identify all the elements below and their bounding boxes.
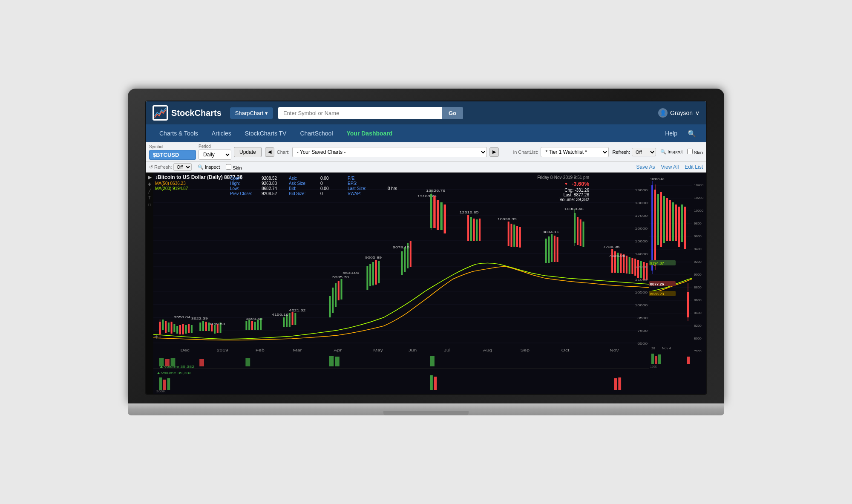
svg-rect-150: [335, 357, 340, 366]
tool-line[interactable]: ╱: [147, 188, 153, 194]
svg-text:18000: 18000: [635, 201, 648, 204]
search-input[interactable]: [278, 107, 442, 119]
svg-rect-149: [329, 356, 334, 366]
period-label: Period: [199, 144, 231, 149]
sidebar-arrow[interactable]: ▶: [148, 174, 152, 180]
chartlist-row: in ChartList: * Tier 1 Watchlist *: [513, 147, 609, 157]
svg-text:11000: 11000: [635, 277, 648, 281]
svg-text:6500: 6500: [637, 341, 648, 345]
skin-label[interactable]: Skin: [687, 149, 703, 155]
save-as-link[interactable]: Save As: [636, 164, 655, 170]
nav-tv[interactable]: StockCharts TV: [238, 126, 294, 141]
controls-right: Refresh: Off 1 min 5 min 🔍 Inspect Skin: [612, 148, 703, 156]
svg-rect-155: [159, 377, 162, 390]
svg-text:9000: 9000: [694, 273, 702, 276]
svg-text:Jul: Jul: [444, 348, 451, 352]
volume-bar-area: ▲Volume 39,382 300K: [153, 369, 649, 394]
tool-crosshair[interactable]: ✚: [147, 181, 153, 187]
sharpchart-button[interactable]: SharpChart ▾: [230, 107, 273, 119]
inspect-link[interactable]: 🔍 Inspect: [198, 164, 220, 170]
svg-rect-186: [675, 204, 677, 241]
chart-select[interactable]: - Your Saved Charts -: [292, 147, 487, 157]
chart-prev-button[interactable]: ◀: [265, 147, 274, 157]
go-button[interactable]: Go: [442, 107, 463, 119]
refresh-select[interactable]: Off 1 min 5 min: [632, 148, 656, 156]
svg-rect-48: [332, 288, 334, 313]
svg-rect-52: [366, 266, 368, 290]
period-select[interactable]: Daily Weekly Monthly: [199, 150, 231, 160]
svg-rect-22: [176, 326, 178, 334]
svg-rect-78: [548, 236, 550, 263]
nav-help[interactable]: Help: [658, 126, 684, 141]
svg-rect-26: [188, 324, 190, 333]
svg-text:13826.76: 13826.76: [426, 188, 445, 192]
svg-rect-28: [199, 323, 201, 331]
nav-charts-tools[interactable]: Charts & Tools: [153, 126, 205, 141]
tool-rect[interactable]: □: [147, 202, 153, 207]
svg-rect-43: [286, 315, 288, 327]
skin-checkbox[interactable]: [687, 149, 693, 154]
skin-checkbox-2[interactable]: [226, 164, 231, 170]
svg-text:19000: 19000: [635, 188, 648, 192]
svg-rect-84: [577, 217, 579, 245]
refresh-select-2[interactable]: Off: [173, 163, 192, 171]
svg-rect-79: [551, 234, 553, 262]
symbol-group: Symbol: [149, 144, 196, 160]
svg-rect-85: [580, 219, 581, 246]
svg-text:9400: 9400: [694, 247, 702, 251]
svg-rect-156: [163, 380, 166, 390]
svg-rect-60: [410, 241, 412, 267]
add-indicator-button[interactable]: +: [154, 333, 158, 341]
svg-rect-27: [191, 325, 193, 333]
svg-text:5335.70: 5335.70: [332, 275, 349, 279]
svg-rect-92: [626, 256, 627, 274]
svg-rect-45: [292, 312, 294, 325]
svg-rect-218: [658, 354, 661, 364]
svg-text:10380.48: 10380.48: [564, 207, 584, 210]
refresh-icon: ↺ Refresh: Off: [149, 163, 192, 171]
svg-text:Dec: Dec: [181, 348, 190, 352]
svg-rect-158: [430, 375, 433, 390]
nav-articles[interactable]: Articles: [205, 126, 238, 141]
svg-rect-51: [341, 279, 343, 300]
svg-rect-216: [651, 354, 654, 364]
skin-label-2[interactable]: Skin: [226, 164, 242, 170]
view-all-link[interactable]: View All: [661, 164, 679, 170]
svg-rect-94: [631, 258, 633, 274]
svg-text:2019: 2019: [217, 348, 228, 352]
tool-text[interactable]: T: [147, 195, 153, 201]
svg-rect-157: [167, 378, 170, 390]
user-chevron: ∨: [695, 109, 699, 116]
svg-text:Feb: Feb: [256, 348, 265, 352]
svg-rect-153: [153, 369, 649, 395]
nav-search-icon[interactable]: 🔍: [684, 125, 699, 142]
chart-next-button[interactable]: ▶: [489, 147, 499, 157]
svg-rect-75: [516, 226, 518, 247]
svg-text:Sep: Sep: [520, 348, 530, 352]
inspect-label: 🔍 Inspect: [660, 149, 683, 155]
svg-rect-57: [401, 251, 403, 275]
svg-rect-217: [655, 356, 657, 364]
svg-rect-184: [669, 200, 671, 241]
edit-list-link[interactable]: Edit List: [685, 164, 703, 170]
symbol-input[interactable]: [149, 150, 196, 160]
svg-rect-81: [557, 237, 558, 262]
svg-text:3550.04: 3550.04: [174, 315, 190, 319]
chart-label: Chart:: [277, 150, 290, 155]
controls-bar-2: ↺ Refresh: Off 🔍 Inspect Skin Save As Vi…: [146, 162, 706, 173]
chartlist-select[interactable]: * Tier 1 Watchlist *: [541, 147, 609, 157]
user-area[interactable]: 👤 Grayson ∨: [658, 108, 699, 118]
update-button[interactable]: Update: [234, 147, 262, 157]
svg-text:150K: 150K: [650, 365, 657, 368]
svg-text:8800: 8800: [694, 285, 702, 289]
chartlist-label: in ChartList:: [513, 150, 538, 155]
nav-chartschool[interactable]: ChartSchool: [293, 126, 340, 141]
nav-dashboard[interactable]: Your Dashboard: [340, 126, 400, 141]
svg-text:8500: 8500: [637, 316, 648, 320]
svg-rect-49: [335, 283, 337, 307]
svg-rect-159: [434, 377, 437, 390]
svg-rect-36: [245, 321, 247, 330]
svg-text:9065.89: 9065.89: [365, 255, 382, 259]
svg-rect-183: [666, 198, 668, 241]
refresh-group: Refresh: Off 1 min 5 min: [612, 148, 656, 156]
